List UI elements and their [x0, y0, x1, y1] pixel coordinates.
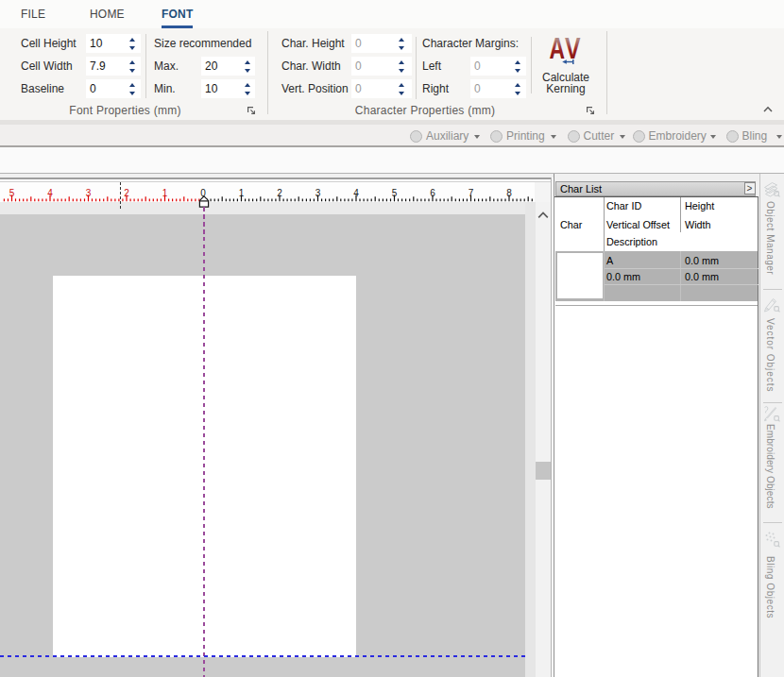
svg-text:7: 7 [469, 188, 474, 198]
svg-text:4: 4 [353, 188, 359, 198]
svg-text:1: 1 [162, 188, 168, 198]
svg-text:3: 3 [86, 188, 92, 198]
svg-text:5: 5 [392, 188, 398, 198]
svg-text:3: 3 [315, 188, 321, 198]
svg-text:6: 6 [430, 188, 435, 198]
svg-text:1: 1 [239, 188, 245, 198]
svg-text:A: A [550, 35, 566, 64]
svg-text:4: 4 [47, 188, 53, 198]
svg-text:2: 2 [124, 188, 129, 198]
svg-text:2: 2 [277, 188, 282, 198]
svg-text:8: 8 [506, 188, 512, 198]
svg-text:5: 5 [9, 188, 15, 198]
